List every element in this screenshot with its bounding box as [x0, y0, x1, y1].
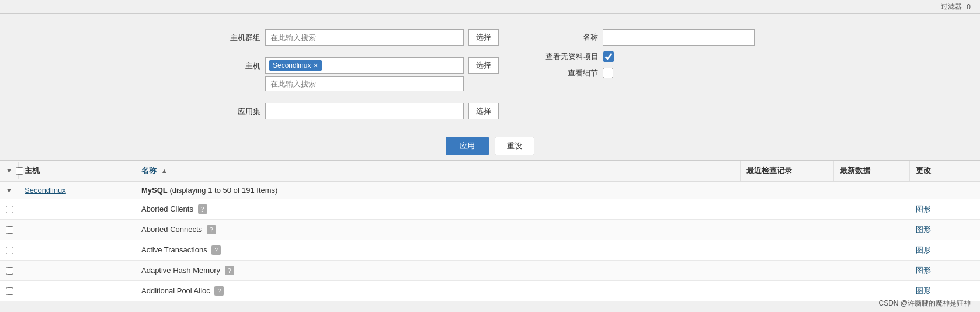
graph-link[interactable]: 图形: [916, 266, 931, 275]
row-change-cell: 图形: [910, 261, 980, 280]
host-tag-text: Secondlinux: [273, 61, 311, 70]
help-icon[interactable]: ?: [198, 204, 207, 214]
row-change-cell: 图形: [910, 240, 980, 260]
host-tag-secondlinux: Secondlinux ✕: [269, 60, 322, 71]
detail-label: 查看细节: [545, 68, 598, 78]
top-right-count: 0: [967, 3, 971, 11]
host-group-select-button[interactable]: 选择: [468, 29, 499, 46]
item-name-text: Aborted Clients: [141, 204, 193, 213]
graph-link[interactable]: 图形: [916, 245, 931, 254]
help-icon[interactable]: ?: [214, 286, 224, 296]
apply-button[interactable]: 应用: [446, 137, 489, 155]
col-name-header[interactable]: 名称 ▲: [135, 161, 741, 181]
row-latest-cell: [834, 245, 910, 255]
col-last-check-header: 最近检查记录: [741, 161, 834, 181]
table-row: Adaptive Hash Memory ? 图形: [0, 261, 980, 281]
row-last-check-cell: [741, 225, 834, 234]
host-select-button[interactable]: 选择: [468, 57, 499, 74]
group-app-name: MySQL: [141, 186, 168, 195]
graph-link[interactable]: 图形: [916, 286, 931, 295]
help-icon[interactable]: ?: [207, 225, 216, 234]
item-name-text: Adaptive Hash Memory: [141, 266, 220, 275]
row-checkbox[interactable]: [6, 287, 13, 295]
watermark: CSDN @许脑腱的魔神是狂神: [878, 299, 971, 301]
host-tags-container: Secondlinux ✕: [265, 57, 464, 74]
row-latest-cell: [834, 225, 910, 234]
col-checkbox: ▼: [0, 162, 19, 179]
group-row: ▼ Secondlinux MySQL (displaying 1 to 50 …: [0, 182, 980, 199]
row-name-cell: Additional Pool Alloc ?: [135, 282, 741, 301]
row-checkbox-cell: [0, 283, 19, 300]
table-row: Aborted Clients ? 图形: [0, 199, 980, 220]
reset-button[interactable]: 重设: [495, 137, 534, 155]
row-last-check-cell: [741, 266, 834, 275]
row-change-cell: 图形: [910, 199, 980, 219]
help-icon[interactable]: ?: [211, 245, 221, 255]
collapse-arrow-icon[interactable]: ▼: [6, 167, 12, 174]
row-checkbox[interactable]: [6, 267, 13, 275]
name-input[interactable]: [603, 29, 755, 46]
item-name-text: Aborted Connects: [141, 225, 202, 234]
row-latest-cell: [834, 266, 910, 275]
item-name-text: Additional Pool Alloc: [141, 286, 210, 295]
app-label: 应用集: [225, 103, 260, 117]
row-latest-cell: [834, 286, 910, 296]
host-search-input[interactable]: [265, 76, 464, 91]
host-tag-close-icon[interactable]: ✕: [313, 62, 318, 70]
row-last-check-cell: [741, 204, 834, 214]
graph-link[interactable]: 图形: [916, 204, 931, 213]
detail-checkbox[interactable]: [603, 68, 613, 78]
row-last-check-cell: [741, 245, 834, 255]
row-checkbox[interactable]: [6, 226, 13, 234]
row-name-cell: Aborted Connects ?: [135, 220, 741, 240]
table-row: Active Transactions ? 图形: [0, 240, 980, 261]
group-collapse[interactable]: ▼: [0, 182, 19, 199]
row-change-cell: 图形: [910, 281, 980, 301]
row-checkbox[interactable]: [6, 247, 13, 254]
group-collapse-arrow-icon[interactable]: ▼: [6, 187, 12, 194]
row-checkbox-cell: [0, 221, 19, 238]
row-host-cell: [19, 245, 135, 255]
row-change-cell: 图形: [910, 220, 980, 240]
row-host-cell: [19, 225, 135, 234]
host-group-label: 主机群组: [225, 29, 260, 43]
top-right-label: 过滤器: [941, 2, 962, 12]
table-row: Aborted Connects ? 图形: [0, 220, 980, 240]
row-last-check-cell: [741, 286, 834, 296]
graph-link[interactable]: 图形: [916, 225, 931, 234]
item-name-text: Active Transactions: [141, 245, 207, 254]
col-host-header: 主机: [19, 161, 135, 181]
row-checkbox-cell: [0, 242, 19, 259]
row-checkbox-cell: [0, 262, 19, 279]
row-host-cell: [19, 266, 135, 275]
no-data-checkbox[interactable]: [603, 51, 614, 62]
app-input[interactable]: MySQL: [265, 103, 464, 119]
group-item-count: (displaying 1 to 50 of 191 Items): [169, 186, 277, 195]
host-group-input[interactable]: [265, 29, 464, 46]
row-latest-cell: [834, 204, 910, 214]
group-host: Secondlinux: [19, 182, 135, 199]
name-label: 名称: [545, 32, 598, 43]
row-name-cell: Adaptive Hash Memory ?: [135, 261, 741, 280]
row-checkbox[interactable]: [6, 206, 13, 213]
group-description: MySQL (displaying 1 to 50 of 191 Items): [135, 182, 980, 199]
row-checkbox-cell: [0, 201, 19, 218]
row-name-cell: Aborted Clients ?: [135, 200, 741, 219]
table-row: Additional Pool Alloc ? 图形: [0, 281, 980, 301]
sort-arrow-icon: ▲: [161, 167, 168, 174]
host-label: 主机: [225, 57, 260, 71]
row-host-cell: [19, 204, 135, 214]
app-select-button[interactable]: 选择: [468, 103, 499, 119]
col-change-header: 更改: [910, 161, 980, 181]
row-host-cell: [19, 286, 135, 296]
group-host-name[interactable]: Secondlinux: [25, 186, 66, 195]
col-latest-header: 最新数据: [834, 161, 910, 181]
help-icon[interactable]: ?: [225, 266, 234, 275]
row-name-cell: Active Transactions ?: [135, 241, 741, 260]
no-data-label: 查看无资料项目: [545, 51, 599, 62]
